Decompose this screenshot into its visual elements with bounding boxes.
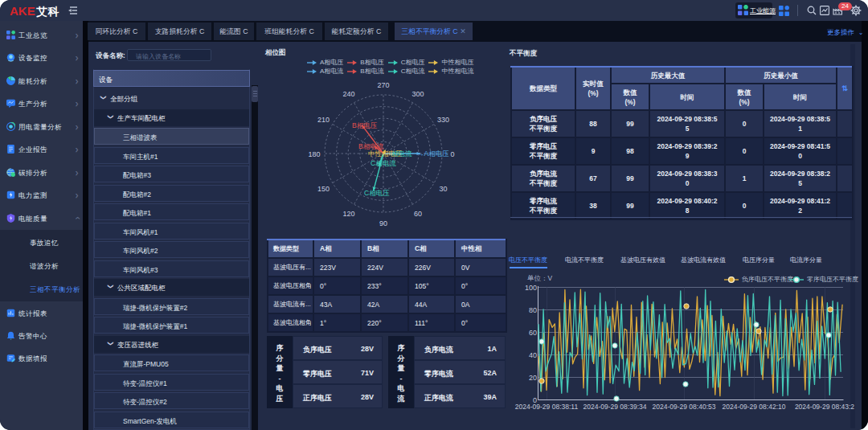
svg-text:C相电压: C相电压 [364, 189, 390, 197]
svg-text:2024-09-29 08:42:10: 2024-09-29 08:42:10 [723, 403, 786, 411]
svg-text:30: 30 [439, 185, 447, 193]
svg-text:100: 100 [525, 284, 537, 292]
svg-text:300: 300 [411, 90, 424, 98]
svg-text:40: 40 [529, 351, 537, 359]
svg-text:90: 90 [379, 219, 387, 227]
svg-text:C相电流: C相电流 [371, 159, 396, 167]
svg-text:2024-09-29 08:40:53: 2024-09-29 08:40:53 [653, 403, 716, 411]
svg-text:270: 270 [377, 81, 389, 89]
svg-text:60: 60 [414, 210, 422, 218]
svg-text:60: 60 [529, 329, 537, 337]
svg-text:330: 330 [437, 116, 449, 124]
svg-text:→A相电压: →A相电压 [417, 149, 449, 158]
svg-text:180: 180 [308, 150, 320, 158]
svg-text:240: 240 [342, 90, 354, 98]
svg-text:150: 150 [317, 185, 330, 193]
svg-text:B相电压: B相电压 [352, 121, 378, 129]
svg-text:20: 20 [529, 374, 537, 382]
svg-text:210: 210 [317, 116, 330, 124]
svg-text:2024-09-29 08:43:2: 2024-09-29 08:43:2 [795, 403, 854, 411]
svg-text:80: 80 [529, 306, 537, 314]
svg-text:2024-09-29 08:39:34: 2024-09-29 08:39:34 [583, 403, 647, 411]
svg-text:120: 120 [342, 210, 354, 218]
svg-text:相电流: 相电流 [391, 149, 412, 158]
svg-text:2024-09-29 08:38:11: 2024-09-29 08:38:11 [515, 403, 579, 411]
svg-text:0: 0 [450, 150, 454, 158]
